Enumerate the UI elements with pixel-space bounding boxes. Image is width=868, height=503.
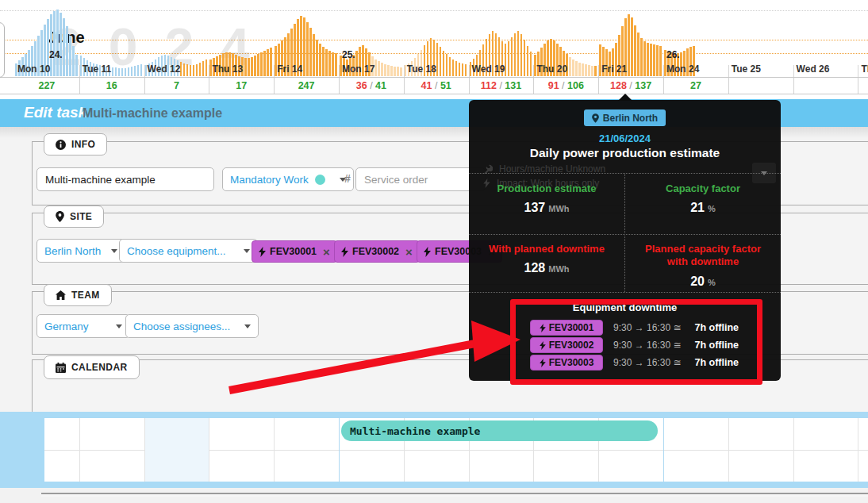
site-select[interactable]: Berlin North [36,239,125,263]
tooltip-title: Daily power production estimate [469,146,781,160]
service-order-hash: # [344,172,351,185]
day-tick [533,65,534,77]
day-value-cell: 112 / 131 [469,78,535,94]
production-timeline-chart[interactable]: 2024 June 24.Mon 10Tue 11Wed 12Thu 13Fri… [0,0,868,99]
calendar-cell[interactable] [44,450,79,482]
collapsed-panel-handle[interactable] [0,22,5,78]
calendar-cell[interactable] [469,450,534,482]
calendar-cell[interactable] [79,418,144,450]
home-icon [56,290,66,300]
tab-team[interactable]: TEAM [44,284,112,306]
day-label: Wed 26 [797,63,830,75]
team-select[interactable]: Germany [36,314,130,338]
tooltip-site-chip-row: Berlin North [469,109,781,126]
bolt-icon [259,247,266,257]
calendar-cell[interactable] [793,450,858,482]
week-number: 24. [49,49,63,60]
site-value: Berlin North [44,245,101,257]
calendar-cell[interactable] [274,418,339,450]
calendar-event-bar[interactable]: Multi-machine example [341,420,658,441]
day-values-row: 2271671724736 / 4141 / 51112 / 13191 / 1… [0,77,868,94]
service-order-field-wrap [355,167,486,191]
day-tick [858,65,858,77]
equipment-tag-label: FEV30002 [352,246,399,257]
metric-capacity-factor: Capacity factor 21% [625,182,781,215]
day-value-cell: 17 [209,78,275,94]
bolt-icon [424,247,431,257]
calendar-grid[interactable]: Multi-machine example [44,418,868,482]
day-tick [663,65,664,77]
tab-site-label: SITE [70,211,92,222]
calendar-cell[interactable] [858,418,868,450]
equipment-placeholder: Choose equipment... [127,245,226,257]
day-tick [274,65,275,77]
equipment-tag[interactable]: FEV30001 × [252,240,337,263]
day-label: Fri 14 [277,63,302,75]
calendar-cell[interactable] [339,450,404,482]
calendar-event-label: Multi-machine example [350,425,480,437]
assignees-select[interactable]: Choose assignees... [125,314,259,338]
tab-team-label: TEAM [71,290,100,301]
day-value-cell: 128 / 137 [598,78,664,94]
day-value-cell: 27 [663,78,729,94]
metric-planned-capacity-factor: Planned capacity factor with downtime 20… [625,243,781,289]
remove-tag-icon[interactable]: × [323,246,330,258]
calendar-cell[interactable] [858,450,868,482]
equipment-tag[interactable]: FEV30002 × [334,240,420,263]
metric-unit: % [708,278,716,287]
calendar-cell[interactable] [209,418,274,450]
calendar-cell[interactable] [598,450,663,482]
equipment-select[interactable]: Choose equipment... [119,239,258,263]
metric-with-planned-downtime: With planned downtime 128MWh [469,243,624,275]
day-value-cell: 7 [144,78,210,94]
metric-unit: MWh [548,204,569,213]
tab-info[interactable]: INFO [44,133,107,156]
info-icon [56,140,66,150]
day-tick [728,65,729,77]
bolt-icon [341,247,348,257]
calendar-cell[interactable] [144,450,209,482]
calendar-cell[interactable] [663,450,728,482]
task-type-value: Mandatory Work [230,174,309,186]
location-pin-icon [56,211,64,222]
week-number: 26. [666,49,680,60]
chevron-down-icon [244,324,251,328]
remove-tag-icon[interactable]: × [405,246,413,258]
calendar-cell[interactable] [274,450,339,482]
tooltip-divider [469,292,781,293]
metric-value: 21 [690,201,705,214]
day-label: Mon 17 [342,63,374,75]
calendar-cell[interactable] [728,418,793,450]
day-tick [339,65,340,77]
tab-calendar[interactable]: CALENDAR [44,355,140,379]
day-value-cell: 91 / 106 [533,78,599,94]
metric-unit: MWh [548,264,569,274]
calendar-cell[interactable] [144,418,209,450]
task-name-input[interactable] [37,168,213,190]
calendar-cell[interactable] [404,450,469,482]
day-label: Tue 25 [732,63,761,75]
calendar-cell[interactable] [44,418,79,450]
day-tick [469,65,470,77]
assignees-placeholder: Choose assignees... [133,321,230,332]
metric-label: Planned capacity factor with downtime [625,243,781,269]
tooltip-site-chip[interactable]: Berlin North [584,109,666,126]
tab-calendar-label: CALENDAR [71,362,128,373]
calendar-cell[interactable] [209,450,274,482]
task-type-select[interactable]: Mandatory Work [222,167,354,191]
calendar-cell[interactable] [728,450,793,482]
task-type-color-dot [315,175,325,185]
day-label: Wed 19 [472,63,505,75]
metric-unit: % [708,204,716,213]
service-order-input[interactable] [356,168,485,190]
calendar-cell[interactable] [79,450,144,482]
tooltip-date: 21/06/2024 [469,132,781,144]
tab-site[interactable]: SITE [44,205,104,228]
edit-task-page: 2024 June 24.Mon 10Tue 11Wed 12Thu 13Fri… [0,0,868,503]
calendar-cell[interactable] [793,418,858,450]
calendar-cell[interactable] [663,418,728,450]
location-pin-icon [592,113,599,123]
calendar-cell[interactable] [533,450,598,482]
day-label: Thu 20 [536,63,567,75]
day-value-cell: 227 [14,78,80,94]
